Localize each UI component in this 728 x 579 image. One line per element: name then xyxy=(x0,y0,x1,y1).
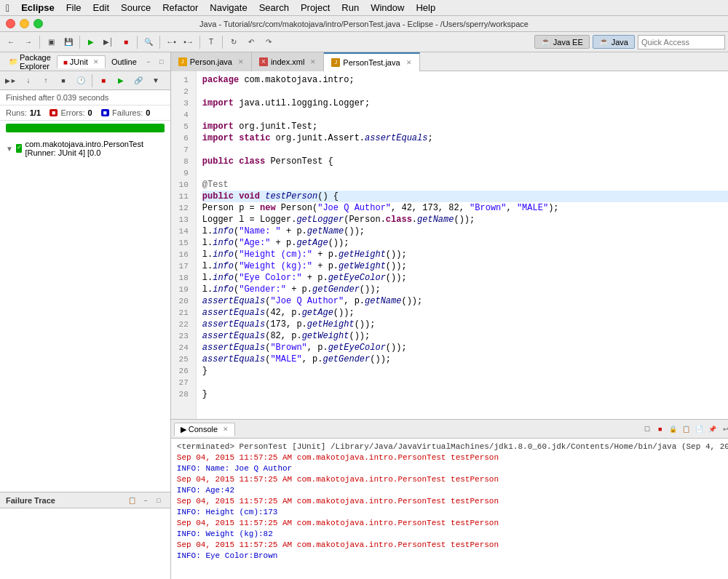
tab-person-java-label: Person.java xyxy=(190,57,232,66)
tab-person-java[interactable]: J Person.java ✕ xyxy=(171,52,252,71)
junit-menu-btn[interactable]: ▼ xyxy=(148,73,164,89)
code-line: assertEquals("Brown", p.getEyeColor()); xyxy=(202,342,728,354)
tab-persontest-java-close[interactable]: ✕ xyxy=(406,59,412,66)
code-content[interactable]: package com.makotojava.intro;import java… xyxy=(197,71,728,419)
tab-index-xml-close[interactable]: ✕ xyxy=(310,58,316,65)
tab-index-xml[interactable]: X index.xml ✕ xyxy=(252,52,324,71)
apple-logo-icon:  xyxy=(6,2,9,14)
right-panel: J Person.java ✕ X index.xml ✕ J PersonTe… xyxy=(171,52,728,579)
menu-project[interactable]: Project xyxy=(295,0,336,16)
failure-trace-maximize-btn[interactable]: □ xyxy=(153,495,165,506)
line-number: 23 xyxy=(171,330,193,342)
junit-next-fail-btn[interactable]: ↓ xyxy=(20,73,36,89)
console-paste-btn[interactable]: 📄 xyxy=(694,423,705,435)
tab-package-explorer[interactable]: 📁 Package Explorer xyxy=(3,52,57,72)
tab-console[interactable]: ▶ Console ✕ xyxy=(174,423,235,436)
error-badge: ■ xyxy=(50,109,58,116)
menu-navigate[interactable]: Navigate xyxy=(204,0,253,16)
package-explorer-icon: 📁 xyxy=(9,57,17,65)
junit-tree-item[interactable]: ▼ ✓ com.makotojava.intro.PersonTest [Run… xyxy=(3,138,167,159)
junit-history-btn[interactable]: 🕐 xyxy=(73,73,89,89)
code-line: package com.makotojava.intro; xyxy=(202,74,728,86)
toolbar-forward-btn[interactable]: → xyxy=(20,34,36,50)
code-line: l.info("Weight (kg):" + p.getWeight()); xyxy=(202,260,728,272)
console-scroll-lock-btn[interactable]: 🔒 xyxy=(668,423,679,435)
console-pin-btn[interactable]: 📌 xyxy=(707,423,719,435)
toolbar-next-edit-btn[interactable]: ▪→ xyxy=(181,34,197,50)
code-line: import org.junit.Test; xyxy=(202,121,728,132)
console-line: Sep 04, 2015 11:57:25 AM com.makotojava.… xyxy=(177,540,728,551)
minimize-button[interactable] xyxy=(20,19,29,28)
toolbar-search-btn[interactable]: 🔍 xyxy=(141,34,157,50)
toolbar-back-btn[interactable]: ← xyxy=(3,34,19,50)
toolbar-undo-btn[interactable]: ↶ xyxy=(243,34,259,50)
toolbar-separator-4 xyxy=(159,36,160,49)
line-number: 7 xyxy=(171,144,193,156)
menu-run[interactable]: Run xyxy=(336,0,365,16)
toolbar-ref-btn[interactable]: ↻ xyxy=(226,34,242,50)
left-panel-maximize-btn[interactable]: □ xyxy=(156,56,167,68)
tab-junit[interactable]: ■ JUnit ✕ xyxy=(57,55,106,68)
menu-file[interactable]: File xyxy=(60,0,87,16)
toolbar-debug-btn[interactable]: ▶│ xyxy=(100,34,116,50)
tab-console-label: Console xyxy=(189,425,218,434)
java-icon: ☕ xyxy=(599,37,609,47)
menu-eclipse[interactable]: Eclipse xyxy=(15,0,60,16)
menu-search[interactable]: Search xyxy=(253,0,295,16)
toolbar-redo-btn[interactable]: ↷ xyxy=(261,34,277,50)
tab-persontest-java[interactable]: J PersonTest.java ✕ xyxy=(324,52,419,71)
progress-bar-fill xyxy=(6,124,165,132)
failure-trace-header: Failure Trace 📋 − □ xyxy=(0,492,170,508)
toolbar-stop-btn[interactable]: ■ xyxy=(118,34,134,50)
toolbar-save-btn[interactable]: 💾 xyxy=(60,34,76,50)
toolbar-separator-6 xyxy=(222,36,223,49)
tab-outline[interactable]: Outline xyxy=(106,56,143,68)
toolbar-prev-edit-btn[interactable]: ←▪ xyxy=(163,34,179,50)
junit-tree-expand-icon: ▼ xyxy=(6,145,13,153)
junit-link-btn[interactable]: 🔗 xyxy=(130,73,146,89)
code-editor[interactable]: 1234567891011121314151617181920212223242… xyxy=(171,71,728,419)
junit-tree-item-label: com.makotojava.intro.PersonTest [Runner:… xyxy=(25,140,164,157)
code-line xyxy=(202,109,728,121)
tab-console-close[interactable]: ✕ xyxy=(223,426,229,433)
console-clear-btn[interactable]: ☐ xyxy=(641,423,653,435)
code-line xyxy=(202,86,728,97)
menu-source[interactable]: Source xyxy=(115,0,157,16)
console-wrap-btn[interactable]: ↩ xyxy=(720,423,728,435)
line-number: 9 xyxy=(171,167,193,179)
code-line: l.info("Eye Color:" + p.getEyeColor()); xyxy=(202,272,728,284)
console-copy-btn[interactable]: 📋 xyxy=(681,423,692,435)
quick-access-input[interactable] xyxy=(638,35,725,49)
failure-trace-copy-btn[interactable]: 📋 xyxy=(127,495,138,506)
toolbar-separator-3 xyxy=(137,36,138,49)
tab-person-java-close[interactable]: ✕ xyxy=(238,58,244,65)
junit-run-failed-btn[interactable]: ▶► xyxy=(3,73,19,89)
toolbar-open-type-btn[interactable]: T xyxy=(203,34,219,50)
perspective-java-btn[interactable]: ☕ Java xyxy=(593,35,635,49)
failure-trace-minimize-btn[interactable]: − xyxy=(140,495,151,506)
menu-help[interactable]: Help xyxy=(410,0,441,16)
runs-value: 1/1 xyxy=(30,108,41,117)
code-line: Logger l = Logger.getLogger(Person.class… xyxy=(202,214,728,225)
toolbar-new-btn[interactable]: ▣ xyxy=(43,34,59,50)
console-line: Sep 04, 2015 11:57:25 AM com.makotojava.… xyxy=(177,518,728,529)
junit-tree[interactable]: ▼ ✓ com.makotojava.intro.PersonTest [Run… xyxy=(0,135,170,492)
perspective-java-ee-btn[interactable]: ☕ Java EE xyxy=(534,35,590,49)
junit-tab-close-btn[interactable]: ✕ xyxy=(93,58,99,65)
menu-edit[interactable]: Edit xyxy=(87,0,115,16)
close-button[interactable] xyxy=(6,19,15,28)
toolbar-run-btn[interactable]: ▶ xyxy=(83,34,99,50)
menu-window[interactable]: Window xyxy=(365,0,410,16)
code-line xyxy=(202,377,728,388)
junit-rerun-btn[interactable]: ▶ xyxy=(113,73,129,89)
junit-stop-btn[interactable]: ■ xyxy=(95,73,111,89)
junit-filter-btn[interactable]: ■ xyxy=(55,73,71,89)
console-stop-btn[interactable]: ■ xyxy=(654,423,666,435)
toolbar-separator-1 xyxy=(39,36,40,49)
console-content: <terminated> PersonTest [JUnit] /Library… xyxy=(171,439,728,579)
maximize-button[interactable] xyxy=(33,19,43,28)
left-panel-minimize-btn[interactable]: − xyxy=(143,56,154,68)
index-xml-icon: X xyxy=(259,57,268,66)
menu-refactor[interactable]: Refactor xyxy=(157,0,204,16)
junit-prev-fail-btn[interactable]: ↑ xyxy=(38,73,54,89)
